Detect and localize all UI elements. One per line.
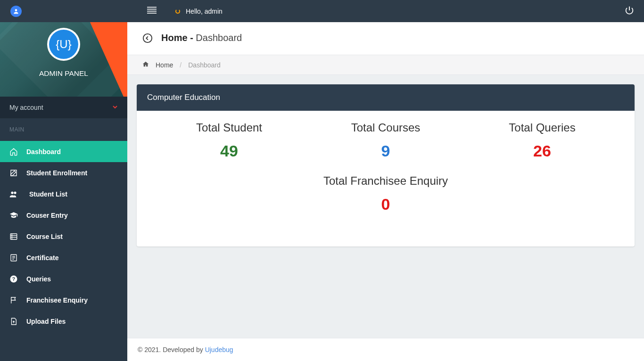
footer-text: © 2021. Developed by <box>138 346 205 353</box>
sidebar-logo-text: {U} <box>49 30 78 59</box>
flag-icon <box>9 296 18 304</box>
stat-label: Total Queries <box>464 121 620 134</box>
sidebar: {U} ADMIN PANEL My account MAIN Dashboar… <box>0 22 127 361</box>
svg-point-0 <box>15 9 17 11</box>
sidebar-nav: DashboardStudent EnrollmentStudent ListC… <box>0 141 127 332</box>
page-title-main: Home <box>161 33 188 43</box>
sidebar-item-label: Student Enrollment <box>26 169 87 177</box>
my-account-toggle[interactable]: My account <box>0 97 127 118</box>
my-account-label: My account <box>9 104 43 111</box>
card-title: Computer Education <box>137 84 635 111</box>
page-title-sub: Dashboard <box>196 33 242 43</box>
page-header: Home - Dashboard <box>127 22 644 55</box>
stat-total-courses: Total Courses9 <box>307 121 464 160</box>
page-title: Home - Dashboard <box>161 33 242 43</box>
section-label-main: MAIN <box>0 118 127 141</box>
home-icon[interactable] <box>142 61 149 69</box>
topbar: Hello, admin <box>0 0 644 22</box>
card-body: Total Student49Total Courses9Total Queri… <box>137 111 635 246</box>
stat-value: 49 <box>151 142 307 160</box>
sidebar-item-label: Student List <box>29 190 67 198</box>
stat-label: Total Courses <box>307 121 464 134</box>
sidebar-item-course-list[interactable]: Course List <box>0 226 127 247</box>
list-icon <box>9 232 18 241</box>
sidebar-title: ADMIN PANEL <box>0 69 127 78</box>
gradcap-icon <box>9 211 18 220</box>
question-icon: ? <box>9 275 18 283</box>
sidebar-item-student-list[interactable]: Student List <box>0 183 127 205</box>
footer: © 2021. Developed by Ujudebug <box>127 338 644 361</box>
stat-row: Total Student49Total Courses9Total Queri… <box>151 121 620 228</box>
stat-label: Total Student <box>151 121 307 134</box>
svg-text:?: ? <box>12 276 15 281</box>
stat-total-franchisee-enquiry: Total Franchisee Enquiry0 <box>151 174 620 213</box>
sidebar-item-certificate[interactable]: Certificate <box>0 247 127 268</box>
back-icon[interactable] <box>142 33 153 43</box>
sidebar-item-couser-entry[interactable]: Couser Entry <box>0 205 127 226</box>
stat-label: Total Franchisee Enquiry <box>151 174 620 188</box>
svg-rect-7 <box>10 234 17 239</box>
sidebar-item-label: Dashboard <box>26 148 61 156</box>
sidebar-item-label: Certificate <box>26 254 58 262</box>
breadcrumb-current: Dashboard <box>188 61 221 69</box>
menu-toggle-icon[interactable] <box>147 7 157 16</box>
stats-card: Computer Education Total Student49Total … <box>137 84 635 246</box>
main: Home - Dashboard Home / Dashboard Comput… <box>127 22 644 361</box>
stat-value: 0 <box>151 195 620 213</box>
stat-value: 26 <box>464 142 620 160</box>
svg-point-6 <box>14 191 16 194</box>
content: Computer Education Total Student49Total … <box>127 75 644 338</box>
topbar-avatar[interactable] <box>10 6 22 17</box>
upload-icon <box>9 317 18 326</box>
sidebar-item-label: Couser Entry <box>26 212 68 219</box>
stat-value: 9 <box>307 142 464 160</box>
sidebar-item-franchisee-enquiry[interactable]: Franchisee Enquiry <box>0 289 127 311</box>
breadcrumb: Home / Dashboard <box>127 55 644 75</box>
sidebar-item-label: Course List <box>26 233 63 240</box>
edit-icon <box>9 169 18 177</box>
breadcrumb-sep: / <box>180 61 182 69</box>
sidebar-item-dashboard[interactable]: Dashboard <box>0 141 127 162</box>
greeting-text: Hello, admin <box>186 8 223 15</box>
document-icon <box>9 254 18 262</box>
home-icon <box>9 148 18 156</box>
sidebar-item-upload-files[interactable]: Upload Files <box>0 311 127 332</box>
sidebar-item-label: Upload Files <box>26 318 66 325</box>
users-icon <box>9 190 18 198</box>
svg-point-17 <box>143 33 152 42</box>
sidebar-item-label: Franchisee Enquiry <box>26 296 88 304</box>
sidebar-item-label: Queries <box>26 275 51 283</box>
stat-total-student: Total Student49 <box>151 121 307 160</box>
spinner-icon <box>175 9 180 14</box>
sidebar-item-queries[interactable]: ?Queries <box>0 268 127 289</box>
sidebar-header: {U} ADMIN PANEL <box>0 22 127 97</box>
svg-point-5 <box>11 191 13 194</box>
chevron-down-icon <box>112 104 118 111</box>
breadcrumb-home[interactable]: Home <box>156 61 173 69</box>
sidebar-item-student-enrollment[interactable]: Student Enrollment <box>0 162 127 183</box>
sidebar-logo: {U} <box>47 28 80 61</box>
power-icon[interactable] <box>624 5 635 17</box>
footer-link[interactable]: Ujudebug <box>205 346 233 353</box>
stat-total-queries: Total Queries26 <box>464 121 620 160</box>
